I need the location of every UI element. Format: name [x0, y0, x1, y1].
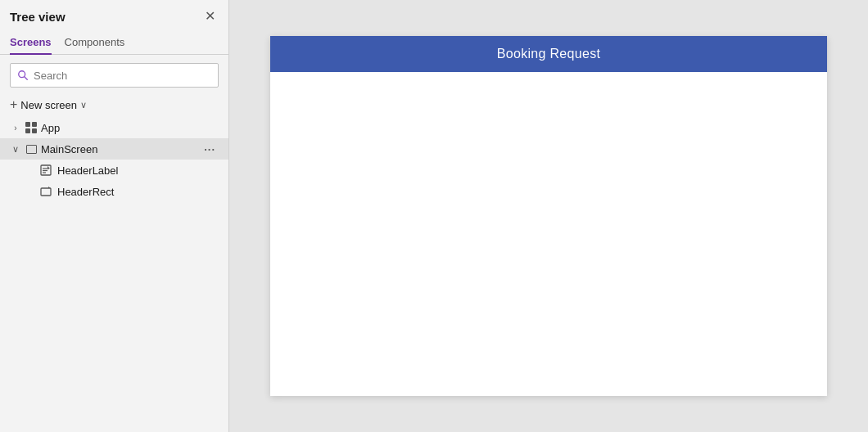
svg-line-1: [25, 77, 28, 80]
mainscreen-chevron-icon: ∨: [10, 144, 21, 155]
svg-rect-6: [41, 188, 51, 196]
rect-icon: [39, 185, 52, 198]
plus-icon: +: [10, 97, 17, 112]
new-screen-button[interactable]: + New screen ∨: [0, 92, 228, 117]
app-grid-icon: [25, 122, 37, 133]
canvas-header: Booking Request: [270, 36, 827, 72]
search-input[interactable]: [34, 70, 211, 82]
headerrect-label: HeaderRect: [57, 186, 219, 198]
tree-item-app[interactable]: › App: [0, 117, 228, 138]
headerlabel-label: HeaderLabel: [57, 164, 219, 177]
tree-item-mainscreen[interactable]: ∨ MainScreen ···: [0, 138, 228, 160]
mainscreen-label: MainScreen: [41, 143, 197, 155]
close-button[interactable]: ✕: [201, 8, 219, 25]
tree-view: › App ∨ MainScreen ···: [0, 117, 228, 432]
canvas-body: [270, 72, 827, 396]
tab-components[interactable]: Components: [65, 31, 125, 55]
main-canvas-area: Booking Request: [229, 0, 868, 432]
app-label: App: [41, 122, 219, 134]
new-screen-label: New screen: [20, 99, 77, 111]
mainscreen-more-button[interactable]: ···: [201, 143, 219, 155]
sidebar-header: Tree view ✕: [0, 0, 228, 28]
sidebar-title: Tree view: [10, 10, 66, 24]
sidebar: Tree view ✕ Screens Components + New scr…: [0, 0, 229, 432]
screen-rect-icon: [26, 145, 37, 154]
tree-item-headerrect[interactable]: HeaderRect: [0, 181, 228, 202]
label-icon: [39, 164, 52, 177]
headerrect-icon-svg: [40, 186, 52, 197]
chevron-down-icon: ∨: [80, 100, 87, 110]
search-icon: [17, 70, 29, 81]
tab-screens[interactable]: Screens: [10, 31, 52, 55]
canvas: Booking Request: [270, 36, 827, 396]
search-box: [10, 63, 219, 88]
screen-icon: [25, 142, 38, 155]
headerlabel-icon-svg: [40, 164, 52, 176]
tree-item-headerlabel[interactable]: HeaderLabel: [0, 160, 228, 181]
app-chevron-icon: ›: [10, 124, 21, 133]
tabs-container: Screens Components: [0, 31, 228, 55]
app-icon: [25, 121, 38, 134]
search-container: [0, 55, 228, 92]
canvas-header-text: Booking Request: [497, 47, 600, 61]
